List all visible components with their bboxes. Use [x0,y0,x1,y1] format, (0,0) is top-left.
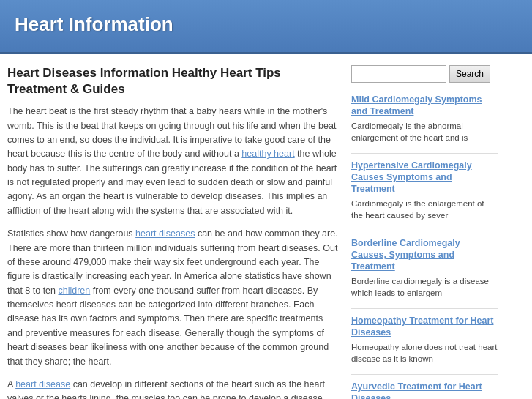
sidebar: Search Mild Cardiomegaly Symptoms and Tr… [351,65,498,399]
search-button[interactable]: Search [449,65,490,83]
sidebar-desc-2: Cardiomegaly is the enlargement of the h… [351,198,498,222]
sidebar-item-3: Borderline Cardiomegaly Causes, Symptoms… [351,237,498,299]
children-link[interactable]: children [59,286,91,296]
sidebar-link-1[interactable]: Mild Cardiomegaly Symptoms and Treatment [351,94,498,118]
sidebar-link-2[interactable]: Hypertensive Cardiomegaly Causes Symptom… [351,160,498,195]
divider-3 [351,308,498,309]
divider-2 [351,231,498,231]
sidebar-item-1: Mild Cardiomegaly Symptoms and Treatment… [351,94,498,144]
site-title: Heart Information [15,13,517,36]
sidebar-link-3[interactable]: Borderline Cardiomegaly Causes, Symptoms… [351,237,498,273]
sidebar-item-4: Homeopathy Treatment for Heart Diseases … [351,315,498,365]
sidebar-item-5: Ayurvedic Treatment for Heart Diseases T… [351,381,498,399]
content-wrapper: Heart Diseases Information Healthy Heart… [0,54,532,399]
sidebar-item-2: Hypertensive Cardiomegaly Causes Symptom… [351,160,498,222]
sidebar-desc-1: Cardiomegaly is the abnormal enlargement… [351,120,498,144]
divider-1 [351,153,498,154]
paragraph-1: The heart beat is the first steady rhyth… [7,105,340,218]
site-header: Heart Information [0,0,532,54]
sidebar-desc-4: Homeopathy alone does not treat heart di… [351,341,498,365]
search-box: Search [351,65,498,83]
heart-diseases-link[interactable]: heart diseases [135,228,195,239]
paragraph-3: A heart disease can develop in different… [7,378,340,399]
main-content: Heart Diseases Information Healthy Heart… [7,65,340,399]
divider-4 [351,374,498,375]
healthy-heart-link[interactable]: healthy heart [241,149,294,159]
search-input[interactable] [351,65,446,83]
article-title: Heart Diseases Information Healthy Heart… [7,65,340,97]
sidebar-desc-3: Borderline cardiomegaly is a disease whi… [351,275,498,299]
sidebar-link-5[interactable]: Ayurvedic Treatment for Heart Diseases [351,381,498,399]
sidebar-link-4[interactable]: Homeopathy Treatment for Heart Diseases [351,315,498,339]
paragraph-2: Statistics show how dangerous heart dise… [7,227,340,369]
heart-disease-link[interactable]: heart disease [15,379,70,389]
